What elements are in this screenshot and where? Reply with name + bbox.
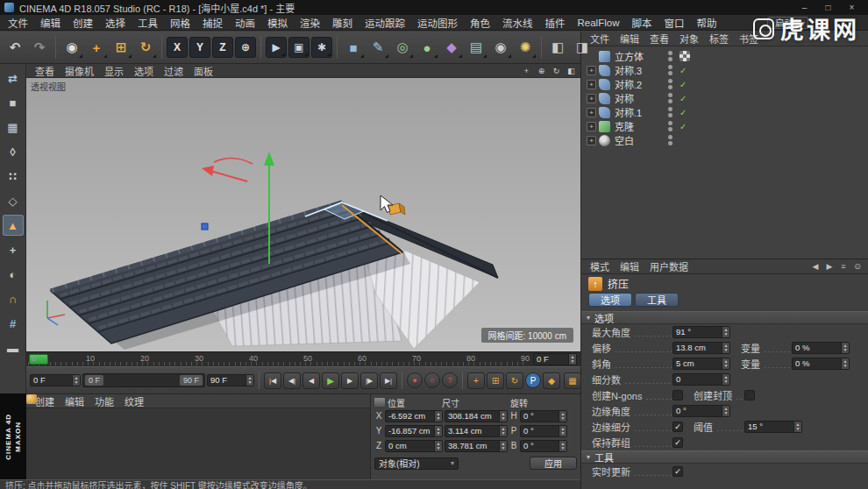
- menu-plugins[interactable]: 插件: [539, 16, 572, 30]
- x-axis-lock-icon[interactable]: X: [167, 37, 188, 58]
- end-frame-input[interactable]: 90 F: [207, 374, 254, 386]
- add-spline-icon[interactable]: ✎: [366, 36, 389, 59]
- stepper-icon[interactable]: [841, 358, 849, 369]
- edge-angle-input[interactable]: 0 °: [672, 405, 730, 417]
- enabled-check-icon[interactable]: ✓: [679, 66, 687, 75]
- add-subdivision-surface-icon[interactable]: ◎: [391, 36, 414, 59]
- realtime-update-checkbox[interactable]: [672, 466, 683, 477]
- coordinate-system-icon[interactable]: ⊕: [235, 37, 256, 58]
- attribute-menu-user-data[interactable]: 用户数据: [644, 259, 694, 273]
- material-list[interactable]: [26, 408, 370, 479]
- stepper-icon[interactable]: [434, 411, 442, 422]
- max-angle-input[interactable]: 91 °: [672, 326, 730, 338]
- stepper-icon[interactable]: [722, 358, 729, 369]
- menu-help[interactable]: 帮助: [690, 16, 722, 30]
- menu-snap[interactable]: 捕捉: [196, 16, 229, 30]
- render-visibility-dot[interactable]: [668, 127, 672, 131]
- material-menu-edit[interactable]: 编辑: [60, 394, 89, 408]
- viewport-menu-display[interactable]: 显示: [99, 64, 129, 78]
- bevel-input[interactable]: 5 cm: [672, 358, 730, 370]
- render-settings-icon[interactable]: ✱: [311, 37, 332, 58]
- arrange-panel-left-icon[interactable]: ◧: [546, 36, 569, 59]
- quantize-icon[interactable]: #: [3, 313, 24, 334]
- forward-icon[interactable]: ▶: [824, 262, 835, 271]
- object-axis-mode-icon[interactable]: +: [3, 239, 24, 260]
- editor-visibility-dot[interactable]: [668, 121, 672, 125]
- workplane-snap-icon[interactable]: ▬: [3, 337, 24, 358]
- menu-mesh[interactable]: 网格: [164, 16, 196, 30]
- rotation-key-button[interactable]: ↻: [506, 372, 523, 389]
- viewport-rotate-icon[interactable]: ↻: [551, 65, 562, 76]
- editor-visibility-dot[interactable]: [668, 135, 672, 139]
- stepper-icon[interactable]: [841, 343, 849, 353]
- position-y-input[interactable]: -16.857 cm: [385, 425, 443, 437]
- play-button[interactable]: ▶: [322, 372, 339, 389]
- variance1-input[interactable]: 0 %: [792, 342, 850, 354]
- tab-tool[interactable]: 工具: [635, 293, 679, 307]
- current-frame-input[interactable]: 0 F: [30, 374, 81, 386]
- uv-tag-icon[interactable]: [679, 51, 690, 61]
- object-row-cube[interactable]: 立方体: [581, 49, 868, 63]
- range-start-handle[interactable]: 0 F: [85, 375, 103, 386]
- z-axis-lock-icon[interactable]: Z: [212, 37, 233, 58]
- apply-button[interactable]: 应用: [530, 457, 577, 470]
- position-z-input[interactable]: 0 cm: [385, 440, 443, 452]
- stepper-icon[interactable]: [72, 375, 80, 386]
- stepper-icon[interactable]: [568, 354, 576, 365]
- enabled-check-icon[interactable]: ✓: [679, 122, 687, 131]
- menu-animate[interactable]: 动画: [229, 16, 261, 30]
- rotate-tool-icon[interactable]: ↻: [134, 36, 157, 59]
- expand-icon[interactable]: +: [587, 80, 596, 89]
- timeline-frame-input[interactable]: 0 F: [533, 353, 577, 365]
- y-axis-lock-icon[interactable]: Y: [189, 37, 210, 58]
- size-z-input[interactable]: 38.781 cm: [445, 440, 508, 452]
- add-deformer-icon[interactable]: ◆: [440, 36, 463, 59]
- add-generator-icon[interactable]: ●: [416, 36, 438, 59]
- menu-realflow[interactable]: RealFlow: [572, 18, 626, 28]
- layout-select[interactable]: 启动: [767, 17, 808, 29]
- menu-sculpt[interactable]: 雕刻: [326, 16, 359, 30]
- stepper-icon[interactable]: [722, 374, 729, 385]
- viewport-solo-icon[interactable]: ◐: [3, 264, 24, 285]
- editor-visibility-dot[interactable]: [668, 93, 672, 97]
- autokeying-button[interactable]: ○: [424, 372, 440, 388]
- visibility-dots[interactable]: [665, 51, 674, 61]
- editor-visibility-dot[interactable]: [668, 65, 672, 69]
- lock-icon[interactable]: ⊙: [852, 262, 863, 271]
- stepper-icon[interactable]: [245, 375, 253, 386]
- menu-script[interactable]: 脚本: [625, 16, 658, 30]
- menu-tools[interactable]: 工具: [132, 16, 164, 30]
- material-menu-texture[interactable]: 纹理: [119, 394, 149, 408]
- menu-file[interactable]: 文件: [2, 16, 34, 30]
- rotation-h-input[interactable]: 0 °: [520, 410, 567, 422]
- render-visibility-dot[interactable]: [668, 141, 672, 145]
- add-camera-icon[interactable]: ◉: [489, 36, 512, 59]
- preserve-groups-checkbox[interactable]: [672, 437, 683, 448]
- stepper-icon[interactable]: [793, 422, 801, 432]
- visibility-dots[interactable]: [665, 135, 674, 145]
- editor-visibility-dot[interactable]: [668, 51, 672, 55]
- previous-key-button[interactable]: ◀|: [283, 372, 301, 389]
- maximize-button[interactable]: □: [816, 0, 840, 15]
- tools-section-header[interactable]: 工具: [581, 450, 868, 464]
- viewport-menu-cameras[interactable]: 摄像机: [60, 64, 99, 78]
- visibility-dots[interactable]: [665, 93, 674, 103]
- visibility-dots[interactable]: [665, 121, 674, 131]
- polygons-mode-icon[interactable]: ▲: [3, 215, 24, 236]
- close-button[interactable]: ×: [840, 0, 864, 15]
- pla-key-button[interactable]: ◆: [543, 372, 560, 389]
- create-caps-checkbox[interactable]: [744, 390, 755, 400]
- object-menu-edit[interactable]: 编辑: [615, 32, 644, 46]
- stepper-icon[interactable]: [722, 327, 729, 337]
- menu-select[interactable]: 选择: [99, 16, 132, 30]
- viewport-toggle-icon[interactable]: ◧: [566, 65, 577, 76]
- range-end-handle[interactable]: 90 F: [180, 375, 203, 386]
- object-row-null[interactable]: +空白: [581, 133, 868, 147]
- view-label[interactable]: 透视视图: [31, 80, 66, 93]
- threshold-input[interactable]: 15 °: [744, 421, 802, 433]
- parameter-key-button[interactable]: P: [525, 372, 541, 388]
- preview-range-slider[interactable]: 0 F90 F: [82, 373, 205, 387]
- render-view-icon[interactable]: ▶: [266, 37, 287, 58]
- render-visibility-dot[interactable]: [668, 71, 672, 75]
- visibility-dots[interactable]: [665, 65, 674, 75]
